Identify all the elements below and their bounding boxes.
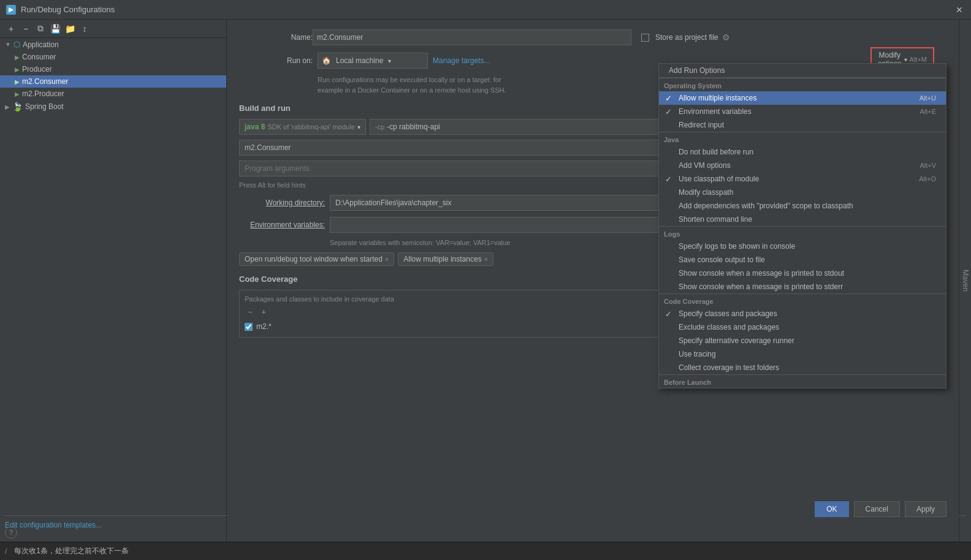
menu-item-label: Specify logs to be shown in console	[679, 242, 795, 251]
gear-icon[interactable]: ⚙	[722, 32, 730, 42]
menu-item-save-console[interactable]: Save console output to file	[659, 253, 946, 267]
sidebar-item-label: m2.Consumer	[22, 77, 68, 86]
local-machine-dropdown[interactable]: 🏠 Local machine ▾	[318, 53, 428, 69]
menu-item-allow-multiple[interactable]: ✓ Allow multiple instances Alt+U	[659, 91, 946, 105]
sidebar-item-m2consumer[interactable]: ▶ m2.Consumer	[0, 75, 226, 88]
sidebar: + − ⧉ 💾 📁 ↕ ▼ ⬡ Application ▶ Consumer ▶…	[0, 20, 227, 542]
main-layout: + − ⧉ 💾 📁 ↕ ▼ ⬡ Application ▶ Consumer ▶…	[0, 20, 971, 542]
sidebar-item-label: Producer	[22, 65, 52, 74]
remove-config-button[interactable]: −	[20, 23, 32, 35]
menu-item-redirect-input[interactable]: Redirect input	[659, 118, 946, 132]
menu-item-alt-coverage-runner[interactable]: Specify alternative coverage runner	[659, 334, 946, 347]
menu-item-show-stdout[interactable]: Show console when a message is printed t…	[659, 267, 946, 280]
menu-item-label: Redirect input	[679, 121, 724, 129]
app-icon: ▶	[6, 5, 16, 15]
sidebar-item-application[interactable]: ▼ ⬡ Application	[0, 38, 226, 51]
menu-item-label: Modify classpath	[679, 188, 733, 197]
sidebar-item-consumer[interactable]: ▶ Consumer	[0, 51, 226, 63]
check-icon: ✓	[665, 107, 672, 116]
menu-item-show-stderr[interactable]: Show console when a message is printed t…	[659, 280, 946, 293]
menu-item-no-build[interactable]: Do not build before run	[659, 145, 946, 159]
os-section-header: Operating System	[659, 78, 946, 91]
save-config-button[interactable]: 💾	[49, 23, 61, 35]
close-button[interactable]: ✕	[954, 4, 965, 15]
edit-templates-link[interactable]: Edit configuration templates...	[5, 521, 102, 529]
menu-shortcut: Alt+O	[919, 175, 936, 183]
apply-button[interactable]: Apply	[905, 501, 946, 517]
run-icon: ▶	[15, 54, 20, 61]
tag-label: Open run/debug tool window when started	[245, 255, 383, 263]
check-icon: ✓	[665, 309, 672, 319]
run-icon: ▶	[15, 78, 20, 85]
manage-targets-link[interactable]: Manage targets...	[433, 56, 490, 65]
expand-arrow: ▶	[5, 104, 10, 110]
cancel-button[interactable]: Cancel	[854, 501, 900, 517]
sidebar-item-label: Consumer	[22, 53, 56, 61]
menu-item-coverage-test-folders[interactable]: Collect coverage in test folders	[659, 361, 946, 374]
title-bar: ▶ Run/Debug Configurations ✕	[0, 0, 971, 20]
sidebar-toolbar: + − ⧉ 💾 📁 ↕	[0, 20, 226, 38]
store-checkbox[interactable]	[641, 34, 649, 42]
sidebar-item-m2producer[interactable]: ▶ m2.Producer	[0, 88, 226, 100]
before-launch-section-header: Before Launch	[659, 374, 946, 388]
cov-add-btn[interactable]: +	[258, 306, 269, 317]
dialog-buttons: OK Cancel Apply	[815, 501, 946, 517]
title-bar-text: Run/Debug Configurations	[21, 5, 115, 14]
menu-item-use-tracing[interactable]: Use tracing	[659, 347, 946, 361]
add-config-button[interactable]: +	[5, 23, 17, 35]
maven-panel[interactable]: Maven	[959, 20, 971, 542]
tag-open-run-debug: Open run/debug tool window when started …	[239, 252, 394, 266]
java-sdk-dropdown[interactable]: java 8 SDK of 'rabbitmq-api' module ▾	[239, 119, 366, 135]
name-label: Name:	[239, 33, 313, 42]
menu-item-use-classpath[interactable]: ✓ Use classpath of module Alt+O	[659, 172, 946, 186]
ok-button[interactable]: OK	[815, 501, 848, 517]
sidebar-item-springboot[interactable]: ▶ 🍃 Spring Boot	[0, 100, 226, 113]
menu-item-label: Save console output to file	[679, 255, 765, 264]
run-icon: ▶	[15, 66, 20, 73]
cov-checkbox-m2[interactable]	[245, 323, 253, 331]
sidebar-item-producer[interactable]: ▶ Producer	[0, 63, 226, 75]
menu-item-label: Use classpath of module	[679, 175, 759, 183]
menu-item-specify-logs[interactable]: Specify logs to be shown in console	[659, 240, 946, 253]
spring-icon: 🍃	[12, 102, 23, 112]
code-coverage-section-header: Code Coverage	[659, 293, 946, 307]
sort-config-button[interactable]: ↕	[78, 23, 91, 35]
sdk-text: SDK of 'rabbitmq-api' module	[267, 123, 354, 131]
menu-item-specify-classes[interactable]: ✓ Specify classes and packages	[659, 307, 946, 320]
menu-shortcut: Alt+V	[920, 162, 936, 169]
menu-item-env-vars[interactable]: ✓ Environment variables Alt+E	[659, 105, 946, 118]
menu-item-exclude-classes[interactable]: Exclude classes and packages	[659, 320, 946, 334]
tag-label: Allow multiple instances	[403, 255, 481, 263]
tag-close-button[interactable]: ×	[385, 255, 389, 263]
tag-close-button[interactable]: ×	[484, 255, 488, 263]
menu-item-label: Exclude classes and packages	[679, 323, 779, 331]
env-vars-label: Environment variables:	[239, 221, 325, 229]
menu-item-add-vm[interactable]: Add VM options Alt+V	[659, 159, 946, 172]
folder-config-button[interactable]: 📁	[64, 23, 76, 35]
name-input[interactable]	[313, 29, 631, 45]
bottom-chinese-text: 每次收1条，处理完之前不收下一条	[14, 546, 129, 556]
dropdown-arrow-icon: ▾	[388, 58, 391, 64]
cov-remove-btn[interactable]: −	[245, 306, 256, 317]
menu-shortcut: Alt+E	[920, 108, 936, 115]
cp-label: -cp	[375, 123, 384, 131]
sidebar-item-label: m2.Producer	[22, 89, 64, 98]
add-run-options-item[interactable]: Add Run Options	[659, 64, 946, 78]
modify-options-shortcut: Alt+M	[910, 56, 927, 63]
menu-item-label: Allow multiple instances	[679, 94, 756, 102]
menu-item-add-dependencies[interactable]: Add dependencies with "provided" scope t…	[659, 199, 946, 213]
copy-config-button[interactable]: ⧉	[34, 23, 47, 35]
menu-item-shorten-cmd[interactable]: Shorten command line	[659, 213, 946, 226]
bottom-bar: / 每次收1条，处理完之前不收下一条	[0, 542, 971, 560]
menu-item-label: Show console when a message is printed t…	[679, 282, 843, 291]
menu-item-label: Do not build before run	[679, 148, 753, 156]
menu-item-label: Specify classes and packages	[679, 309, 777, 318]
slash-icon: /	[5, 547, 7, 556]
maven-label: Maven	[961, 270, 970, 292]
help-button[interactable]: ?	[5, 526, 17, 539]
menu-shortcut: Alt+U	[920, 94, 936, 102]
check-icon: ✓	[665, 175, 672, 184]
check-icon: ✓	[665, 94, 672, 103]
menu-item-modify-classpath[interactable]: Modify classpath	[659, 186, 946, 199]
java-section-header: Java	[659, 132, 946, 145]
